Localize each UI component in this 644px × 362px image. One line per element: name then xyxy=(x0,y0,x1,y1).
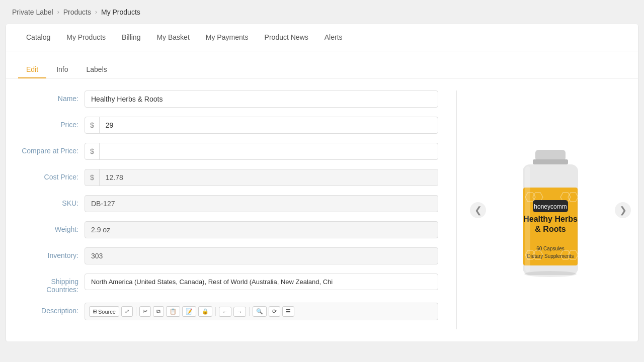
name-input-wrap xyxy=(85,90,438,108)
description-label: Description: xyxy=(18,303,78,315)
cost-prefix: $ xyxy=(85,169,100,186)
toolbar-copy-btn[interactable]: ⧉ xyxy=(153,306,164,317)
nav-my-payments[interactable]: My Payments xyxy=(198,24,257,51)
toolbar-replace-btn[interactable]: ⟳ xyxy=(269,306,280,317)
image-section: ❮ xyxy=(475,90,626,329)
vertical-divider xyxy=(456,90,457,329)
top-nav: Catalog My Products Billing My Basket My… xyxy=(6,24,638,51)
svg-text:& Roots: & Roots xyxy=(535,225,566,233)
compare-prefix: $ xyxy=(85,143,100,159)
sku-label: SKU: xyxy=(18,195,78,207)
tab-edit[interactable]: Edit xyxy=(18,61,46,78)
name-input[interactable] xyxy=(85,90,438,108)
toolbar-sep-1 xyxy=(136,307,136,316)
product-bottle-svg: honeycomm Healthy Herbs & Roots 60 Capsu… xyxy=(500,147,601,283)
source-label: Source xyxy=(98,309,116,315)
breadcrumb-sep-1: › xyxy=(57,9,59,16)
toolbar-cut-btn[interactable]: ✂ xyxy=(139,306,151,317)
compare-row: Compare at Price: $ xyxy=(18,143,438,160)
sku-input xyxy=(85,195,438,212)
source-icon: ⊞ xyxy=(93,308,97,315)
weight-row: Weight: xyxy=(18,221,438,238)
cost-input xyxy=(100,169,438,186)
select-all-icon: ☰ xyxy=(286,308,291,315)
compare-input[interactable] xyxy=(100,143,438,159)
compare-prefix-wrap: $ xyxy=(85,143,438,160)
svg-text:Healthy Herbs: Healthy Herbs xyxy=(523,215,578,223)
svg-rect-1 xyxy=(533,159,568,164)
nav-catalog[interactable]: Catalog xyxy=(18,24,58,51)
compare-input-wrap: $ xyxy=(85,143,438,160)
product-image: honeycomm Healthy Herbs & Roots 60 Capsu… xyxy=(495,145,606,286)
form-section: Name: Price: $ Compare at Price: xyxy=(18,90,438,329)
toolbar-sep-2 xyxy=(215,307,216,316)
toolbar-expand-btn[interactable]: ⤢ xyxy=(121,306,133,317)
svg-rect-18 xyxy=(525,166,530,272)
description-toolbar-wrap: ⊞ Source ⤢ ✂ ⧉ 📋 📝 🔒 ← → xyxy=(85,303,438,320)
toolbar-paste-word-btn[interactable]: 🔒 xyxy=(198,306,212,317)
cost-prefix-wrap: $ xyxy=(85,169,438,186)
toolbar-redo-btn[interactable]: → xyxy=(233,307,246,317)
tab-info[interactable]: Info xyxy=(48,61,76,78)
sku-input-wrap xyxy=(85,195,438,212)
description-toolbar: ⊞ Source ⤢ ✂ ⧉ 📋 📝 🔒 ← → xyxy=(85,303,438,320)
image-prev-btn[interactable]: ❮ xyxy=(470,202,486,218)
inventory-label: Inventory: xyxy=(18,247,78,259)
compare-label: Compare at Price: xyxy=(18,143,78,155)
weight-input-wrap xyxy=(85,221,438,238)
paste-text-icon: 📝 xyxy=(186,308,193,315)
nav-my-products[interactable]: My Products xyxy=(58,24,114,51)
main-card: Catalog My Products Billing My Basket My… xyxy=(6,24,638,341)
toolbar-source-btn[interactable]: ⊞ Source xyxy=(89,306,119,317)
nav-product-news[interactable]: Product News xyxy=(257,24,316,51)
image-next-btn[interactable]: ❯ xyxy=(615,202,631,218)
nav-billing[interactable]: Billing xyxy=(114,24,148,51)
breadcrumb-products[interactable]: Products xyxy=(63,8,91,16)
inventory-input xyxy=(85,247,438,264)
svg-text:Dietary Supplements: Dietary Supplements xyxy=(527,253,574,259)
shipping-input[interactable] xyxy=(85,274,438,290)
sku-row: SKU: xyxy=(18,195,438,212)
name-label: Name: xyxy=(18,90,78,103)
breadcrumb-my-products: My Products xyxy=(101,8,140,16)
paste-word-icon: 🔒 xyxy=(202,308,209,315)
description-row: Description: ⊞ Source ⤢ ✂ ⧉ 📋 📝 🔒 xyxy=(18,303,438,320)
price-input[interactable] xyxy=(100,117,438,133)
nav-my-basket[interactable]: My Basket xyxy=(148,24,197,51)
tab-labels[interactable]: Labels xyxy=(78,61,115,78)
inventory-row: Inventory: xyxy=(18,247,438,264)
redo-icon: → xyxy=(237,309,243,315)
breadcrumb-private-label[interactable]: Private Label xyxy=(12,8,53,16)
content-area: Name: Price: $ Compare at Price: xyxy=(6,78,638,341)
price-prefix: $ xyxy=(85,117,100,133)
toolbar-undo-btn[interactable]: ← xyxy=(219,307,231,317)
weight-label: Weight: xyxy=(18,221,78,233)
cost-row: Cost Price: $ xyxy=(18,169,438,186)
shipping-row: Shipping Countries: xyxy=(18,274,438,294)
breadcrumb-sep-2: › xyxy=(95,9,97,16)
chevron-left-icon: ❮ xyxy=(474,205,482,216)
undo-icon: ← xyxy=(222,309,228,315)
toolbar-sep-3 xyxy=(249,307,250,316)
svg-text:60 Capsules: 60 Capsules xyxy=(536,246,565,251)
expand-icon: ⤢ xyxy=(125,308,129,315)
shipping-input-wrap xyxy=(85,274,438,290)
sub-tabs: Edit Info Labels xyxy=(6,51,638,78)
name-row: Name: xyxy=(18,90,438,108)
cut-icon: ✂ xyxy=(143,308,147,315)
chevron-right-icon: ❯ xyxy=(619,205,627,216)
svg-rect-0 xyxy=(535,150,566,161)
replace-icon: ⟳ xyxy=(272,308,277,315)
toolbar-paste-text-btn[interactable]: 📝 xyxy=(182,306,196,317)
toolbar-paste-btn[interactable]: 📋 xyxy=(166,306,180,317)
weight-input xyxy=(85,221,438,238)
toolbar-find-btn[interactable]: 🔍 xyxy=(253,306,267,317)
inventory-input-wrap xyxy=(85,247,438,264)
cost-label: Cost Price: xyxy=(18,169,78,181)
nav-alerts[interactable]: Alerts xyxy=(316,24,351,51)
breadcrumb: Private Label › Products › My Products xyxy=(0,0,644,24)
toolbar-select-all-btn[interactable]: ☰ xyxy=(282,306,294,317)
copy-icon: ⧉ xyxy=(156,308,160,315)
price-label: Price: xyxy=(18,117,78,129)
price-row: Price: $ xyxy=(18,117,438,134)
